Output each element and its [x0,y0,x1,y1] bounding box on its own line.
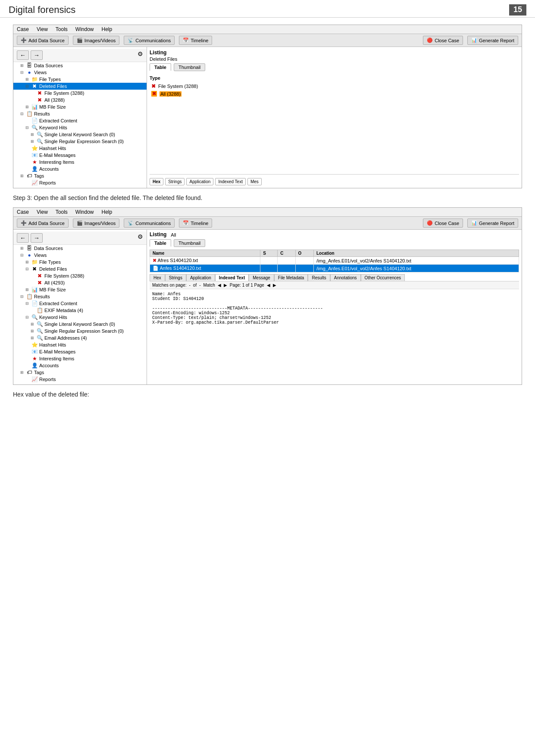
bottom-tab-hex[interactable]: Hex [150,178,163,185]
timeline-button[interactable]: 📅 Timeline [179,36,212,45]
tree2-tags[interactable]: ⊞ 🏷 Tags [13,369,147,376]
communications-button[interactable]: 📡 Communications [124,36,175,45]
tree2-literal[interactable]: ⊞ 🔍 Single Literal Keyword Search (0) [13,321,147,328]
tree-item-accounts[interactable]: 👤 Accounts [13,166,147,172]
tree2-data-sources[interactable]: ⊞ 🗄 Data Sources [13,245,147,252]
tab-table-2[interactable]: Table [150,239,171,247]
menu2-case[interactable]: Case [16,209,30,216]
tree-item-deleted-files[interactable]: ⊟ ✖ Deleted Files [13,83,147,90]
menu2-view[interactable]: View [36,209,49,216]
menu2-tools[interactable]: Tools [55,209,69,216]
tree2-views[interactable]: ⊟ ● Views [13,252,147,259]
tree-item-mb-filesize[interactable]: ⊞ 📊 MB File Size [13,103,147,110]
hex-tab-annotations[interactable]: Annotations [330,274,361,281]
tree2-fs3288[interactable]: ✖ File System (3288) [13,272,147,279]
add-data-source-button[interactable]: ➕ Add Data Source [17,36,69,45]
bottom-tab-indexed[interactable]: Indexed Text [215,178,246,185]
menu-case[interactable]: Case [16,26,30,33]
nav-left[interactable]: ◀ [218,283,221,287]
tree-item-interesting[interactable]: ★ Interesting Items [13,159,147,166]
hex-tab-message[interactable]: Message [249,274,274,281]
page-right[interactable]: ▶ [273,283,276,287]
images-videos-button[interactable]: 🎬 Images/Videos [73,36,120,45]
tree-item-reports[interactable]: 📈 Reports [13,179,147,186]
tree-item-tags[interactable]: ⊞ 🏷 Tags [13,172,147,179]
row1-o [295,265,313,272]
tree-item-single-regex[interactable]: ⊞ 🔍 Single Regular Expression Search (0) [13,138,147,145]
tree2-email-addr-label: Email Addresses (4) [44,335,87,341]
tree2-all4293[interactable]: ✖ All (4293) [13,279,147,286]
menu2-window[interactable]: Window [75,209,95,216]
tree-item-results[interactable]: ⊟ 📋 Results [13,110,147,117]
gear-icon-2[interactable]: ⚙ [138,233,143,243]
tab-table-1[interactable]: Table [150,63,171,71]
tree2-mb[interactable]: ⊞ 📊 MB File Size [13,286,147,293]
generate-report-button-2[interactable]: 📊 Generate Report [467,219,518,228]
tree2-keyword[interactable]: ⊟ 🔍 Keyword Hits [13,314,147,321]
nav-right[interactable]: ▶ [224,283,227,287]
menu-view[interactable]: View [36,26,49,33]
generate-report-button[interactable]: 📊 Generate Report [467,36,518,45]
tree2-exif-label: EXIF Metadata (4) [44,308,83,313]
tree-item-filesystem[interactable]: ✖ File System (3288) [13,90,147,97]
tree2-email-addr[interactable]: ⊞ 🔍 Email Addresses (4) [13,334,147,341]
hex-tab-other[interactable]: Other Occurrences [361,274,405,281]
hex-tab-application[interactable]: Application [186,274,215,281]
tab-thumbnail-2[interactable]: Thumbnail [174,239,205,247]
tree2-interesting[interactable]: ★ Interesting Items [13,355,147,362]
hex-tab-results[interactable]: Results [308,274,330,281]
extracted-icon: 📄 [31,118,38,124]
tree-item-hashset[interactable]: ⭐ Hashset Hits [13,145,147,152]
tree-item-views[interactable]: ⊟ ● Views [13,69,147,76]
menu2-help[interactable]: Help [101,209,113,216]
add-data-source-button-2[interactable]: ➕ Add Data Source [17,219,69,228]
forward-button[interactable]: → [31,50,43,60]
keyword-label: Keyword Hits [39,125,67,130]
menu-help[interactable]: Help [101,26,113,33]
back-button[interactable]: ← [17,50,29,60]
tree-item-keyword-hits[interactable]: ⊟ 🔍 Keyword Hits [13,124,147,131]
tree2-extracted[interactable]: ⊟ 📄 Extracted Content [13,300,147,307]
tab-thumbnail-1[interactable]: Thumbnail [174,63,205,71]
gear-icon[interactable]: ⚙ [138,50,143,60]
tree2-results[interactable]: ⊟ 📋 Results [13,293,147,300]
hex-tab-hex[interactable]: Hex [150,274,165,281]
toolbar-1: ➕ Add Data Source 🎬 Images/Videos 📡 Comm… [13,34,522,47]
forward-button-2[interactable]: → [31,233,43,243]
hex-tab-filemetadata[interactable]: File Metadata [274,274,308,281]
images-videos-button-2[interactable]: 🎬 Images/Videos [73,219,120,228]
bottom-tab-strings[interactable]: Strings [165,178,185,185]
bottom-tab-application[interactable]: Application [186,178,213,185]
hex-tab-indexed[interactable]: Indexed Text [215,274,249,281]
menu-window[interactable]: Window [75,26,95,33]
bottom-tab-mes[interactable]: Mes [247,178,262,185]
tree2-reports[interactable]: 📈 Reports [13,376,147,383]
tree2-accounts[interactable]: 👤 Accounts [13,362,147,369]
table-row-0[interactable]: ✖ Afres S1404120.txt /img_Anfes.E01/vol_… [150,257,519,265]
close-case-button[interactable]: 🔴 Close Case [423,36,463,45]
communications-button-2[interactable]: 📡 Communications [124,219,175,228]
close-case-button-2[interactable]: 🔴 Close Case [423,219,463,228]
tree2-regex[interactable]: ⊞ 🔍 Single Regular Expression Search (0) [13,328,147,334]
row0-name: ✖ Afres S1404120.txt [150,257,260,265]
tree-item-file-types[interactable]: ⊞ 📁 File Types [13,76,147,83]
table-row-1[interactable]: 📄 Anfes S1404120.txt /img_Anfes.E01/vol_… [150,265,519,272]
tree-item-all[interactable]: ✖ All (3288) [13,97,147,103]
page-left[interactable]: ◀ [267,283,270,287]
tree2-filetypes[interactable]: ⊞ 📁 File Types [13,259,147,266]
tree2-exif[interactable]: 📋 EXIF Metadata (4) [13,307,147,314]
back-button-2[interactable]: ← [17,233,29,243]
menu-bar-2: Case View Tools Window Help [13,208,522,217]
hex-tab-strings[interactable]: Strings [165,274,186,281]
menu-tools[interactable]: Tools [55,26,69,33]
tree-item-data-sources[interactable]: ⊞ 🗄 Data Sources [13,62,147,69]
tree2-hashset[interactable]: ⭐ Hashset Hits [13,341,147,348]
hex-value-label: Hex value of the deleted file: [13,391,522,398]
table-header-row: Name S C O Location [150,250,519,257]
tree2-deleted[interactable]: ⊟ ✖ Deleted Files [13,266,147,272]
tree-item-extracted[interactable]: 📄 Extracted Content [13,117,147,124]
tree-item-single-literal[interactable]: ⊞ 🔍 Single Literal Keyword Search (0) [13,131,147,138]
tree2-email-msg[interactable]: 📧 E-Mail Messages [13,348,147,355]
tree-item-email[interactable]: 📧 E-Mail Messages [13,152,147,159]
timeline-button-2[interactable]: 📅 Timeline [179,219,212,228]
